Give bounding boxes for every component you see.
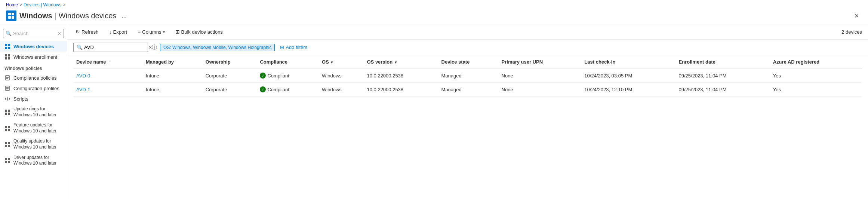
main-layout: 🔍 ✕ Windows devices Windows enrollment W… [0,24,868,199]
col-os-version[interactable]: OS version ▾ [364,55,438,69]
info-icon[interactable]: ⓘ [152,44,157,51]
svg-rect-4 [5,44,7,46]
col-azure-ad[interactable]: Azure AD registered [770,55,862,69]
sidebar-item-windows-devices[interactable]: Windows devices [0,41,67,52]
svg-rect-31 [5,145,7,147]
svg-rect-29 [5,142,7,144]
table-row: AVD-1 Intune Corporate ✓ Compliant Windo… [73,83,862,97]
cell-compliance: ✓ Compliant [257,69,319,83]
clear-search-icon[interactable]: ✕ [58,31,61,36]
svg-rect-33 [5,158,7,160]
filter-search-box[interactable]: 🔍 ✕ [73,43,148,52]
svg-rect-30 [8,142,10,144]
svg-rect-5 [8,44,10,46]
svg-rect-25 [5,126,7,128]
cell-azure-ad: Yes [770,83,862,97]
device-name-link[interactable]: AVD-1 [76,87,90,92]
svg-rect-9 [8,54,10,56]
cell-ownership: Corporate [203,69,257,83]
col-device-state[interactable]: Device state [438,55,499,69]
search-icon: 🔍 [6,31,12,36]
feature-updates-icon [4,125,10,131]
sidebar-item-feature-updates[interactable]: Feature updates for Windows 10 and later [0,120,67,136]
refresh-icon: ↻ [76,29,80,35]
export-icon: ↓ [109,29,112,35]
sidebar-item-label: Windows enrollment [13,54,57,60]
content-area: ↻ Refresh ↓ Export ≡ Columns ▾ ⊞ Bulk de… [67,24,868,199]
col-compliance[interactable]: Compliance [257,55,319,69]
device-name-link[interactable]: AVD-0 [76,73,90,79]
cell-managed-by: Intune [143,69,203,83]
more-options-button[interactable]: ... [119,12,129,20]
col-os[interactable]: OS ▾ [319,55,364,69]
cell-os: Windows [319,83,364,97]
svg-rect-24 [8,113,10,115]
page-title: Windows [19,12,52,20]
bulk-actions-button[interactable]: ⊞ Bulk device actions [173,27,225,36]
sidebar-item-scripts[interactable]: Scripts [0,94,67,104]
filter-search-input[interactable] [84,45,147,50]
sidebar-item-driver-updates[interactable]: Driver updates for Windows 10 and later [0,153,67,169]
cell-enrollment-date: 09/25/2023, 11:04 PM [676,69,770,83]
col-device-name[interactable]: Device name ↑ [73,55,143,69]
breadcrumb-sep1: > [19,2,22,7]
device-count: 2 devices [841,29,862,35]
sidebar-search-box[interactable]: 🔍 ✕ [3,29,64,38]
col-last-checkin[interactable]: Last check-in [581,55,675,69]
sidebar-item-update-rings[interactable]: Update rings for Windows 10 and later [0,104,67,120]
cell-os-version: 10.0.22000.2538 [364,83,438,97]
columns-icon: ≡ [138,29,141,35]
sidebar: 🔍 ✕ Windows devices Windows enrollment W… [0,24,67,199]
svg-rect-26 [8,126,10,128]
bulk-actions-icon: ⊞ [175,29,180,35]
filter-bar: 🔍 ✕ ⓘ OS: Windows, Windows Mobile, Windo… [67,40,868,55]
close-button[interactable]: ✕ [851,11,862,21]
search-input[interactable] [13,31,56,36]
cell-device-state: Managed [438,83,499,97]
sort-asc-icon: ↑ [108,60,110,64]
sidebar-item-compliance-policies[interactable]: Compliance policies [0,73,67,83]
svg-rect-36 [8,161,10,163]
cell-last-checkin: 10/24/2023, 03:05 PM [581,69,675,83]
svg-rect-7 [8,47,10,49]
os-filter-tag[interactable]: OS: Windows, Windows Mobile, Windows Hol… [160,44,275,51]
cell-device-name: AVD-0 [73,69,143,83]
driver-updates-icon [4,157,10,163]
cell-last-checkin: 10/24/2023, 12:10 PM [581,83,675,97]
col-enrollment-date[interactable]: Enrollment date [676,55,770,69]
svg-rect-27 [5,129,7,131]
svg-rect-23 [5,113,7,115]
svg-rect-32 [8,145,10,147]
sidebar-item-label: Update rings for Windows 10 and later [13,106,62,118]
col-ownership[interactable]: Ownership [203,55,257,69]
export-button[interactable]: ↓ Export [107,27,130,36]
svg-rect-3 [12,16,14,19]
compliance-icon [4,75,10,81]
svg-line-20 [7,97,8,101]
sidebar-item-quality-updates[interactable]: Quality updates for Windows 10 and later [0,136,67,152]
breadcrumb: Home > Devices | Windows > [6,2,862,9]
sidebar-item-label: Scripts [13,96,28,102]
columns-button[interactable]: ≡ Columns ▾ [135,27,167,36]
sidebar-item-label: Driver updates for Windows 10 and later [13,155,62,166]
sidebar-item-configuration-profiles[interactable]: Configuration profiles [0,83,67,94]
refresh-button[interactable]: ↻ Refresh [73,27,101,36]
cell-ownership: Corporate [203,83,257,97]
cell-os: Windows [319,69,364,83]
svg-rect-10 [5,57,7,59]
table-container: Device name ↑ Managed by Ownership Compl… [67,55,868,199]
col-managed-by[interactable]: Managed by [143,55,203,69]
svg-rect-8 [5,54,7,56]
scripts-icon [4,96,10,102]
breadcrumb-devices[interactable]: Devices | Windows [24,2,61,7]
col-primary-user-upn[interactable]: Primary user UPN [499,55,582,69]
compliance-value: Compliant [267,87,289,92]
svg-rect-11 [8,57,10,59]
sidebar-item-windows-enrollment[interactable]: Windows enrollment [0,52,67,62]
breadcrumb-home[interactable]: Home [6,2,18,7]
title-icon [6,10,16,21]
add-filters-button[interactable]: ⊞ Add filters [278,43,310,52]
os-version-filter-icon: ▾ [395,60,397,64]
app-container: Home > Devices | Windows > Windows | Win… [0,0,868,199]
svg-rect-1 [12,13,14,15]
